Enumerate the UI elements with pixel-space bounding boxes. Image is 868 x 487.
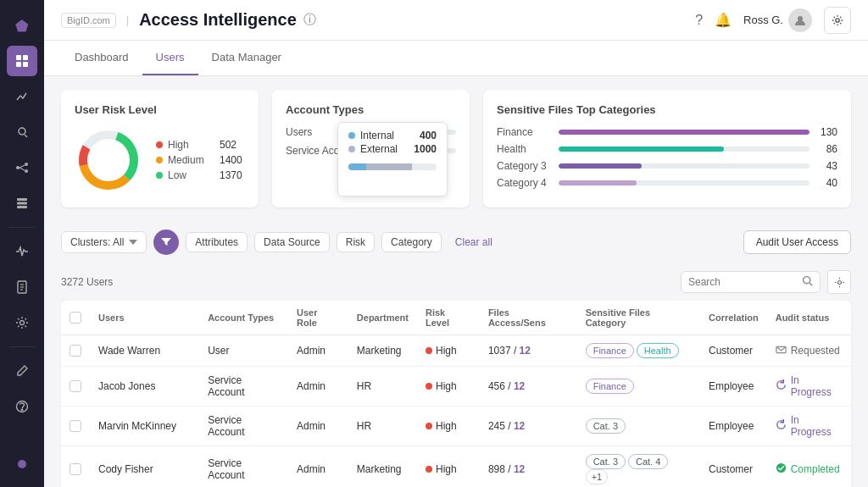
cat-tag: Cat. 4 (628, 454, 668, 469)
cluster-select[interactable]: Clusters: All (61, 231, 147, 253)
filter-datasource[interactable]: Data Source (254, 232, 330, 252)
row-audit-status: In Progress (767, 407, 851, 446)
table-settings-btn[interactable] (827, 270, 851, 294)
files-count: 1037 / 12 (488, 345, 531, 357)
row-dept: HR (348, 367, 417, 407)
high-label: High (168, 139, 214, 151)
svg-rect-12 (17, 202, 27, 205)
sidebar-item-settings[interactable] (7, 307, 37, 338)
risk-bullet (426, 347, 432, 354)
row-checkbox[interactable] (70, 463, 81, 475)
tab-data-manager[interactable]: Data Manager (198, 41, 295, 75)
row-checkbox-cell (61, 407, 90, 446)
tooltip-internal: Internal 400 (348, 130, 437, 141)
filter-bar: Clusters: All Attributes Data Source Ris… (44, 221, 868, 263)
filter-attributes[interactable]: Attributes (186, 232, 248, 252)
sidebar-item-tools[interactable] (7, 391, 37, 422)
tooltip-combined-bar (348, 163, 412, 170)
sf-cat4-label: Category 4 (497, 177, 552, 189)
page-settings-btn[interactable] (824, 7, 851, 34)
sidebar-item-scan[interactable] (7, 117, 37, 147)
row-role: Admin (288, 335, 348, 367)
row-checkbox-cell (61, 335, 90, 367)
sidebar-item-reports[interactable] (7, 272, 37, 302)
col-correlation: Correlation (700, 301, 767, 335)
svg-line-5 (25, 135, 27, 137)
svg-point-22 (836, 18, 839, 21)
user-menu[interactable]: Ross G. (743, 8, 812, 32)
audit-status-badge: In Progress (776, 374, 843, 398)
sensitive-count: 12 (514, 380, 525, 392)
sidebar-item-edit[interactable] (7, 356, 37, 386)
cat-tag: Cat. 3 (586, 454, 626, 469)
user-name: Ross G. (743, 14, 783, 26)
row-name: Jacob Jones (90, 367, 199, 407)
search-icon (802, 275, 813, 289)
row-correlation: Customer (700, 335, 767, 367)
more-tag: +1 (586, 469, 609, 484)
svg-rect-2 (16, 62, 21, 67)
low-label: Low (168, 169, 214, 181)
risk-high: High 502 (156, 139, 242, 151)
sidebar-item-activity[interactable] (7, 236, 37, 267)
help-icon[interactable]: ? (695, 13, 703, 28)
svg-rect-0 (16, 55, 21, 60)
audit-icon (776, 345, 787, 357)
sf-finance: Finance 130 (497, 126, 837, 138)
sf-cat3-bar (559, 163, 810, 169)
svg-point-7 (25, 163, 28, 166)
audit-status-badge: Requested (776, 345, 843, 357)
tab-dashboard[interactable]: Dashboard (61, 41, 142, 75)
svg-line-10 (19, 168, 25, 170)
tooltip-internal-dot (348, 132, 355, 139)
table-count: 3272 Users (61, 276, 113, 288)
col-audit: Audit status (767, 301, 851, 335)
filter-icon-button[interactable] (153, 230, 179, 255)
svg-point-8 (25, 169, 28, 173)
sf-cat3-value: 43 (816, 160, 837, 172)
col-users: Users (90, 301, 199, 335)
cat-tag: Health (637, 343, 679, 358)
sidebar-item-catalog[interactable] (7, 188, 37, 219)
row-categories: FinanceHealth (577, 335, 700, 367)
tab-users[interactable]: Users (142, 41, 198, 75)
search-input[interactable] (688, 276, 798, 288)
row-correlation: Employee (700, 367, 767, 407)
audit-label: In Progress (791, 374, 843, 398)
risk-label: High (436, 420, 457, 432)
medium-value: 1400 (220, 154, 242, 166)
col-department: Department (348, 301, 417, 335)
cat-tag: Finance (586, 379, 634, 394)
cluster-label: Clusters: All (70, 236, 124, 248)
audit-user-access-btn[interactable]: Audit User Access (743, 230, 851, 254)
row-checkbox[interactable] (70, 345, 81, 357)
edit-icon (15, 364, 29, 378)
sidebar-item-grid[interactable] (7, 46, 37, 76)
account-types-card: Account Types Users 1400 Service Acc. (272, 90, 470, 208)
cat-tag: Finance (586, 343, 634, 358)
sensitive-files-card: Sensitive Files Top Categories Finance 1… (483, 90, 851, 208)
topbar-separator: | (126, 14, 129, 26)
svg-point-29 (837, 280, 841, 284)
risk-bullet (426, 466, 432, 473)
row-files: 898 / 12 (480, 446, 577, 488)
low-dot (156, 172, 163, 179)
bell-icon[interactable]: 🔔 (715, 12, 732, 28)
clear-all-btn[interactable]: Clear all (448, 233, 499, 252)
row-checkbox[interactable] (70, 380, 81, 392)
tooltip-external-label: External (360, 143, 398, 155)
info-icon[interactable]: ⓘ (303, 12, 316, 28)
filter-category[interactable]: Category (381, 232, 442, 252)
user-risk-card: User Risk Level (61, 90, 259, 208)
row-checkbox[interactable] (70, 420, 81, 432)
sidebar-item-connections[interactable] (7, 152, 37, 183)
select-all-checkbox[interactable] (70, 312, 81, 324)
svg-point-27 (804, 277, 810, 284)
sidebar-item-chart[interactable] (7, 81, 37, 112)
svg-point-6 (16, 166, 19, 169)
filter-risk[interactable]: Risk (337, 232, 375, 252)
bigid-logo[interactable]: BigID.com (61, 13, 116, 28)
sensitive-count: 12 (514, 420, 525, 432)
risk-medium: Medium 1400 (156, 154, 242, 166)
content-area: User Risk Level (44, 76, 868, 487)
